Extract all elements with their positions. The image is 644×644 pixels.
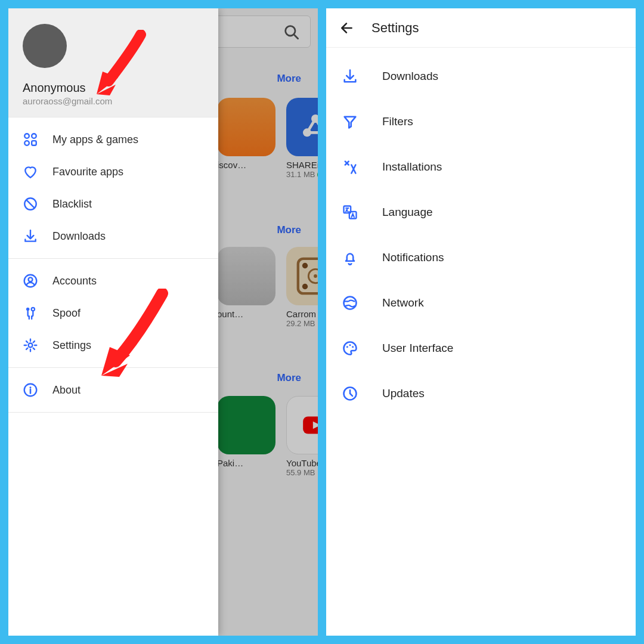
avatar <box>23 24 67 68</box>
block-icon <box>23 196 38 212</box>
app-name: YouTube Kid… <box>286 458 318 468</box>
settings-item-filter[interactable]: Filters <box>326 99 636 144</box>
app-card[interactable]: Carrom Poo…29.2 MB <box>286 247 318 328</box>
app-icon <box>286 396 318 454</box>
drawer-item-label: About <box>52 384 80 397</box>
settings-item-label: User Interface <box>382 342 453 355</box>
app-name: SHAREit - Tr… <box>286 160 318 170</box>
app-name: ount… <box>217 309 275 319</box>
app-meta: 29.2 MB <box>286 319 318 328</box>
svg-point-31 <box>302 284 308 289</box>
app-name: iscov… <box>217 160 275 170</box>
drawer-screenshot: es More More More iscov…SHAREit - Tr…31.… <box>8 8 318 636</box>
app-row: Paki…YouTube Kid…55.9 MB <box>217 396 311 477</box>
app-name: Paki… <box>217 458 275 468</box>
profile-email: auroraoss@gmail.com <box>23 96 204 106</box>
apps-icon <box>23 132 38 147</box>
globe-icon <box>342 295 358 311</box>
drawer-item-heart[interactable]: Favourite apps <box>8 156 218 188</box>
info-icon <box>23 382 38 398</box>
download-icon <box>342 68 358 85</box>
drawer-item-info[interactable]: About <box>8 374 218 406</box>
search-icon <box>283 23 299 40</box>
drawer-item-block[interactable]: Blacklist <box>8 188 218 220</box>
install-icon <box>342 159 358 175</box>
updates-icon <box>342 385 358 402</box>
settings-item-palette[interactable]: User Interface <box>326 326 636 371</box>
section-more-link[interactable]: More <box>277 372 301 384</box>
app-row: iscov…SHAREit - Tr…31.1 MB✓ <box>217 98 311 179</box>
drawer-item-label: Favourite apps <box>52 166 123 178</box>
settings-item-bell[interactable]: Notifications <box>326 235 636 280</box>
language-icon <box>342 204 358 221</box>
filter-icon <box>342 113 358 130</box>
drawer-item-label: My apps & games <box>52 134 138 146</box>
drawer-item-apps[interactable]: My apps & games <box>8 123 218 156</box>
app-icon <box>217 98 275 156</box>
app-icon <box>217 396 275 454</box>
settings-item-globe[interactable]: Network <box>326 280 636 326</box>
section-more-link[interactable]: More <box>277 224 301 236</box>
app-card[interactable]: Paki… <box>217 396 275 477</box>
settings-screenshot: Settings DownloadsFiltersInstallationsLa… <box>326 8 636 636</box>
settings-item-language[interactable]: Language <box>326 190 636 235</box>
settings-item-updates[interactable]: Updates <box>326 371 636 416</box>
drawer-item-label: Settings <box>52 339 91 352</box>
app-icon <box>217 247 275 305</box>
settings-item-label: Language <box>382 206 433 219</box>
section-more-link[interactable]: More <box>277 73 301 85</box>
svg-point-29 <box>302 263 308 268</box>
app-meta: 55.9 MB <box>286 468 318 477</box>
verified-icon: ✓ <box>317 171 318 179</box>
settings-item-label: Notifications <box>382 251 444 264</box>
app-card[interactable]: ount… <box>217 247 275 328</box>
app-meta: 31.1 MB✓ <box>286 170 318 179</box>
drawer-item-label: Downloads <box>52 230 106 243</box>
settings-icon <box>23 338 38 353</box>
settings-item-label: Downloads <box>382 70 438 83</box>
settings-item-install[interactable]: Installations <box>326 144 636 190</box>
heart-icon <box>23 164 38 179</box>
spoof-icon <box>23 305 38 321</box>
app-card[interactable]: SHAREit - Tr…31.1 MB✓ <box>286 98 318 179</box>
drawer-item-label: Blacklist <box>52 198 92 210</box>
app-name: Carrom Poo… <box>286 309 318 319</box>
profile-header[interactable]: Anonymous auroraoss@gmail.com <box>8 8 218 117</box>
palette-icon <box>342 340 358 357</box>
download-icon <box>23 228 38 244</box>
drawer-item-label: Accounts <box>52 275 97 287</box>
app-card[interactable]: iscov… <box>217 98 275 179</box>
svg-point-28 <box>314 274 317 278</box>
settings-title: Settings <box>371 20 419 36</box>
profile-username: Anonymous <box>23 81 204 95</box>
settings-item-label: Network <box>382 296 424 309</box>
app-icon <box>286 98 318 156</box>
settings-item-label: Installations <box>382 160 442 174</box>
drawer-item-settings[interactable]: Settings <box>8 329 218 361</box>
nav-drawer: Anonymous auroraoss@gmail.com My apps & … <box>8 8 218 636</box>
bell-icon <box>342 249 358 266</box>
account-icon <box>23 273 38 289</box>
settings-item-label: Filters <box>382 115 413 128</box>
drawer-item-label: Spoof <box>52 307 80 320</box>
drawer-item-account[interactable]: Accounts <box>8 265 218 297</box>
app-row: ount…Carrom Poo…29.2 MB <box>217 247 311 328</box>
drawer-item-spoof[interactable]: Spoof <box>8 297 218 329</box>
drawer-item-download[interactable]: Downloads <box>8 220 218 252</box>
back-icon[interactable] <box>339 20 355 36</box>
app-icon <box>286 247 318 305</box>
settings-item-label: Updates <box>382 387 425 400</box>
settings-header: Settings <box>326 8 636 48</box>
settings-list: DownloadsFiltersInstallationsLanguageNot… <box>326 48 636 422</box>
app-card[interactable]: YouTube Kid…55.9 MB <box>286 396 318 477</box>
settings-item-download[interactable]: Downloads <box>326 54 636 99</box>
